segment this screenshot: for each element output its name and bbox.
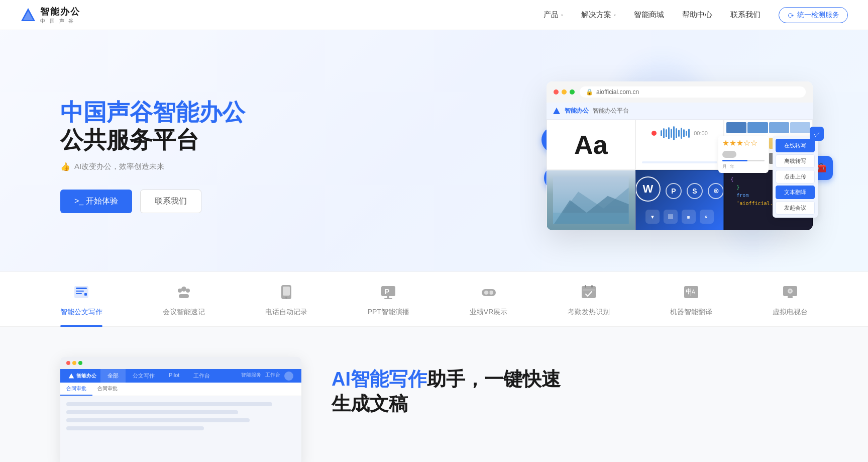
slider-track <box>722 160 765 161</box>
svg-rect-26 <box>488 292 490 294</box>
thumbup-icon: 👍 <box>60 162 70 171</box>
feature-virtual-tv[interactable]: 虚拟电视台 <box>773 284 808 326</box>
wps-w-icon: W <box>635 176 661 202</box>
svg-point-13 <box>178 289 182 293</box>
hero-illustration: P 🤖 🧰 🔒 aiofficial.com.cn 智能办公 <box>547 81 828 230</box>
svg-rect-21 <box>387 296 389 298</box>
mini-tl-yellow <box>72 361 76 365</box>
contact-button[interactable]: 联系我们 <box>140 190 201 213</box>
svg-rect-27 <box>582 286 596 298</box>
features-strip: 智能公文写作 会议智能速记 电话自动记录 P <box>0 271 868 327</box>
mini-tab-workspace[interactable]: 工作台 <box>186 369 217 383</box>
lock-icon: 🔒 <box>586 88 593 96</box>
feature-vr[interactable]: 业绩VR展示 <box>470 284 507 326</box>
content-right: AI智能写作助手，一键快速 生成文稿 <box>332 357 808 417</box>
content-title: AI智能写作助手，一键快速 生成文稿 <box>332 367 808 417</box>
svg-text:P: P <box>385 288 389 296</box>
mini-subtabs-row: 合同审批 合同审批 <box>60 383 301 396</box>
browser-mockup: 🔒 aiofficial.com.cn 智能办公 智能办公平台 Aa <box>547 81 813 230</box>
font-preview-cell: Aa <box>547 120 635 170</box>
svg-rect-22 <box>384 298 392 299</box>
hero-title-line2: 公共服务平台 <box>60 126 271 154</box>
svg-point-14 <box>186 289 190 293</box>
mini-tab-writing[interactable]: 公文写作 <box>126 369 162 383</box>
nav-item-help[interactable]: 帮助中心 <box>682 10 712 20</box>
menu-offline: 离线转写 <box>776 154 813 168</box>
nav-item-products[interactable]: 产品 ▾ <box>544 10 563 20</box>
navbar: 智能办公 中 国 声 谷 产品 ▾ 解决方案 ▾ 智能商城 帮助中心 联系我们 … <box>0 0 868 30</box>
feature-ppt[interactable]: P PPT智能演播 <box>368 284 409 326</box>
logo[interactable]: 智能办公 中 国 声 谷 <box>20 6 80 25</box>
mini-traffic-lights <box>66 361 82 365</box>
phone-icon <box>278 284 294 304</box>
menu-translate: 文本翻译 <box>776 186 813 199</box>
nav-item-contact[interactable]: 联系我们 <box>730 10 761 20</box>
wps-sub-2: ▤ <box>664 210 678 224</box>
feature-attendance[interactable]: 考勤发热识别 <box>568 284 610 326</box>
svg-rect-10 <box>76 293 82 294</box>
svg-rect-38 <box>788 296 793 298</box>
svg-rect-29 <box>591 285 593 288</box>
svg-rect-9 <box>76 291 84 292</box>
url-bar: 🔒 aiofficial.com.cn <box>580 86 806 98</box>
mountain-svg <box>553 176 629 224</box>
toggle-row <box>722 151 765 158</box>
content-row-3 <box>66 418 250 422</box>
unified-check-button[interactable]: ⟳ 统一检测服务 <box>779 7 848 23</box>
mini-tl-green <box>78 361 82 365</box>
mini-logo-area: 智能办公 <box>64 369 100 383</box>
mini-tab-all[interactable]: 全部 <box>100 369 126 383</box>
period-labels: 月 年 <box>722 163 765 170</box>
hero-text: 中国声谷智能办公 公共服务平台 👍 AI改变办公，效率创造未来 >_ 开始体验 … <box>60 99 271 213</box>
tv-icon <box>782 284 798 304</box>
attendance-icon <box>581 284 597 304</box>
svg-point-25 <box>489 291 493 295</box>
menu-online: 在线转写 <box>776 139 813 152</box>
menu-meeting: 发起会议 <box>776 201 813 215</box>
hero-subtitle: 👍 AI改变办公，效率创造未来 <box>60 162 271 171</box>
swatch-2 <box>747 122 768 133</box>
nav-links: 产品 ▾ 解决方案 ▾ 智能商城 帮助中心 联系我们 ⟳ 统一检测服务 <box>544 7 848 23</box>
wps-sub-4: ◪ <box>700 210 714 224</box>
hero-buttons: >_ 开始体验 联系我们 <box>60 190 271 213</box>
svg-point-37 <box>789 290 791 292</box>
swatch-1 <box>726 122 746 133</box>
inner-logo-icon <box>553 107 561 115</box>
mini-subtab-writing[interactable]: 合同审批 <box>60 383 92 396</box>
svg-rect-6 <box>553 213 629 224</box>
content-mockup: 智能办公 全部 公文写作 Pilot 工作台 智能服务 工作台 合同审批 合同审… <box>60 357 301 462</box>
content-row-2 <box>66 410 238 414</box>
mini-browser-bar <box>60 357 301 369</box>
wps-sub-1: ▼ <box>645 210 660 224</box>
browser-bar: 🔒 aiofficial.com.cn <box>547 81 813 103</box>
mini-subtab-contract[interactable]: 合同审批 <box>92 383 123 396</box>
mini-avatar <box>284 372 293 381</box>
logo-text: 智能办公 中 国 声 谷 <box>40 6 80 25</box>
wps-sub-3: ⊞ <box>682 210 696 224</box>
traffic-lights <box>554 89 575 95</box>
check-overlay: ✓ <box>810 127 813 141</box>
start-button[interactable]: >_ 开始体验 <box>60 190 132 213</box>
audio-controls: 00:00 <box>652 126 708 140</box>
wps-icons-row1: W P S ⊙ <box>635 176 724 206</box>
wps-cell: W P S ⊙ ▼ ▤ ⊞ ◪ <box>635 170 724 230</box>
feature-meeting[interactable]: 会议智能速记 <box>163 284 205 326</box>
slider-fill <box>722 160 747 161</box>
svg-text:A: A <box>692 289 695 295</box>
mini-tl-red <box>66 361 70 365</box>
slider-container: 月 年 <box>722 160 765 170</box>
svg-point-12 <box>181 287 186 292</box>
nav-item-solutions[interactable]: 解决方案 ▾ <box>581 10 616 20</box>
wave-bars <box>661 126 690 140</box>
nav-item-mall[interactable]: 智能商城 <box>634 10 664 20</box>
feature-writing[interactable]: 智能公文写作 <box>60 284 102 326</box>
feature-phone[interactable]: 电话自动记录 <box>265 284 307 326</box>
mountain-image-cell <box>547 170 635 230</box>
star-rating: ★★★☆☆ <box>722 139 765 148</box>
mini-header-actions: 智能服务 工作台 <box>237 372 297 381</box>
mini-tab-pilot[interactable]: Pilot <box>162 369 186 383</box>
content-section: 智能办公 全部 公文写作 Pilot 工作台 智能服务 工作台 合同审批 合同审… <box>0 327 868 462</box>
wps-p-icon: P <box>666 183 682 199</box>
feature-translate[interactable]: 中 A 机器智能翻译 <box>670 284 712 326</box>
wps-sub-icons-row: ▼ ▤ ⊞ ◪ <box>645 210 714 224</box>
